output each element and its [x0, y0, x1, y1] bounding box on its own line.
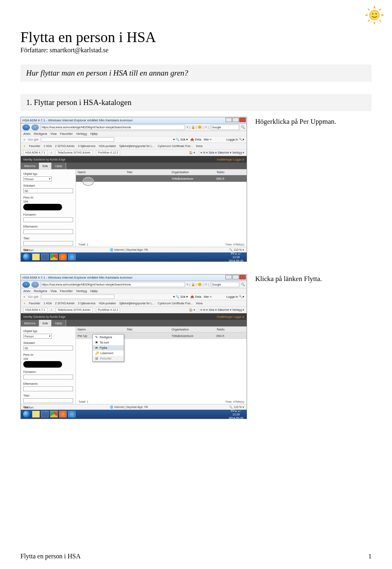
tab-bladdra[interactable]: Bläddra — [21, 163, 39, 169]
tab-portwise[interactable]: PortWise 4.12.2 — [96, 150, 120, 155]
taskbar-ie-icon[interactable] — [68, 411, 76, 417]
ctx-losenord[interactable]: 🔑 Lösenord — [93, 350, 124, 356]
tab-hsa[interactable]: HSA ADM 4.7.1 — [23, 150, 47, 155]
google-sok[interactable]: ▾ 🔍 Sök ▾ — [173, 295, 188, 299]
taskbar-ie-icon[interactable] — [68, 254, 76, 260]
col-namn[interactable]: Namn — [78, 170, 127, 174]
maximize-button[interactable] — [232, 118, 239, 122]
objekt-typ-select[interactable]: Person▾ — [23, 176, 52, 181]
ctx-flytta[interactable]: ➦ Flytta — [93, 345, 124, 350]
col-tel[interactable]: Telefo — [216, 170, 241, 174]
fav-link-2[interactable]: 2 SITHS Admin — [55, 145, 75, 147]
app-settings-logout[interactable]: Inställningar Logga ut — [217, 315, 244, 318]
tab-siths[interactable]: TeliaSonera SITHS Admin — [56, 308, 93, 312]
fav-link-7[interactable]: Inera — [196, 302, 203, 305]
tab-hjalp[interactable]: Hjälp — [51, 320, 66, 326]
fav-link-2[interactable]: 2 SITHS Admin — [55, 302, 75, 305]
ctx-tabort[interactable]: ✖ Ta bort — [93, 340, 124, 345]
taskbar-clock[interactable]: SV ▴ 🔊 11:192014-05-26 — [229, 252, 245, 263]
col-titel[interactable]: Titel — [127, 328, 172, 331]
menu-visa[interactable]: Visa — [50, 289, 56, 293]
close-toolbar-icon[interactable]: × — [23, 295, 25, 299]
fav-link-4[interactable]: HSA-portalen — [99, 302, 116, 305]
tab-sok[interactable]: Sök — [39, 163, 52, 169]
menu-favoriter[interactable]: Favoriter — [60, 289, 73, 293]
taskbar-folder-icon[interactable] — [41, 411, 49, 417]
menu-verktyg[interactable]: Verktyg — [76, 289, 87, 293]
fav-link-6[interactable]: Cybercom Certificate Pub... — [158, 145, 193, 147]
maximize-button[interactable] — [232, 275, 239, 279]
minimize-button[interactable] — [225, 275, 232, 279]
tab-tools-right[interactable]: 🏠 ▾ 📄 ▾ ✉ ▾ Sida ▾ Säkerhet ▾ Verktyg ▾ — [189, 308, 244, 312]
status-zoom[interactable]: 🔍 110 % ▾ — [229, 248, 244, 252]
taskbar-firefox-icon[interactable] — [59, 411, 67, 417]
fav-link-1[interactable]: 1 HSA — [44, 302, 52, 305]
taskbar-explorer-icon[interactable] — [32, 254, 40, 260]
sokstart-input[interactable]: SE — [23, 346, 73, 350]
forward-button[interactable]: › — [31, 125, 39, 130]
fav-link-4[interactable]: HSA-portalen — [99, 145, 116, 147]
fav-link-6[interactable]: Cybercom Certificate Pub... — [158, 302, 193, 305]
tab-close-icon[interactable]: × — [51, 151, 52, 154]
tab-hjalp[interactable]: Hjälp — [51, 163, 66, 169]
tab-hsa[interactable]: HSA ADM 4.7.1 — [23, 308, 47, 312]
address-input[interactable]: https://hsa.inera.se/novideidge/NEIDMgmt… — [40, 125, 185, 130]
col-namn[interactable]: Namn — [78, 328, 127, 331]
taskbar-chrome-icon[interactable] — [50, 411, 58, 417]
titel-input[interactable] — [23, 398, 73, 403]
taskbar-clock[interactable]: SV ▴ 🔊 11:192014-05-26 — [229, 409, 245, 420]
taskbar-chrome-icon[interactable] — [50, 254, 58, 260]
search-glass-icon[interactable]: 🔍 — [241, 125, 245, 129]
objekt-typ-select[interactable]: Person▾ — [23, 334, 52, 339]
menu-visa[interactable]: Visa — [50, 132, 56, 136]
menu-favoriter[interactable]: Favoriter — [60, 132, 73, 136]
start-button[interactable] — [22, 253, 31, 261]
col-titel[interactable]: Titel — [127, 170, 172, 174]
google-mer[interactable]: Mer » — [204, 138, 212, 141]
fav-link-3[interactable]: 3 Självservice — [78, 302, 96, 305]
col-org[interactable]: Organisation — [172, 170, 216, 174]
search-glass-icon[interactable]: 🔍 — [241, 283, 245, 286]
search-box[interactable]: Google — [211, 125, 239, 130]
google-login[interactable]: Logga in 🔧▾ — [226, 295, 244, 299]
menu-hjalp[interactable]: Hjälp — [90, 132, 98, 136]
fav-link-3[interactable]: 3 Självservice — [78, 145, 96, 147]
col-org[interactable]: Organisation — [172, 328, 216, 331]
google-sok[interactable]: ▾ 🔍 Sök ▾ — [173, 138, 188, 141]
favorites-star-icon[interactable]: ★ — [23, 145, 26, 148]
fav-link-5[interactable]: Självbetjäningsportal för L... — [119, 145, 154, 147]
close-button[interactable] — [239, 275, 246, 279]
address-input[interactable]: https://hsa.inera.se/novideidge/NEIDMgmt… — [40, 282, 185, 287]
taskbar-firefox-icon[interactable] — [59, 254, 67, 260]
google-search-input[interactable] — [41, 295, 114, 299]
fav-link-1[interactable]: 1 HSA — [44, 145, 52, 147]
forward-button[interactable]: › — [31, 282, 39, 288]
menu-arkiv[interactable]: Arkiv — [23, 289, 31, 293]
back-button[interactable]: ‹ — [22, 282, 30, 288]
taskbar-folder-icon[interactable] — [41, 254, 49, 260]
menu-redigera[interactable]: Redigera — [34, 132, 47, 136]
fav-link-5[interactable]: Självbetjäningsportal för L... — [119, 302, 154, 305]
titel-input[interactable] — [23, 241, 73, 246]
tab-bladdra[interactable]: Bläddra — [21, 320, 39, 326]
results-row-1[interactable]: Trillvårdcentrum 054-5 — [76, 175, 247, 182]
app-settings-logout[interactable]: Inställningar Logga ut — [217, 158, 244, 161]
menu-hjalp[interactable]: Hjälp — [90, 289, 98, 293]
google-dela[interactable]: 📤 Dela — [190, 138, 201, 141]
status-zoom[interactable]: 🔍 110 % ▾ — [229, 406, 244, 409]
tab-sok[interactable]: Sök — [39, 320, 52, 326]
efternamn-input[interactable] — [23, 386, 73, 391]
google-dela[interactable]: 📤 Dela — [190, 295, 201, 299]
tab-portwise[interactable]: PortWise 4.12.2 — [96, 308, 120, 312]
menu-verktyg[interactable]: Verktyg — [76, 132, 87, 136]
search-box[interactable]: Google — [211, 282, 239, 287]
start-button[interactable] — [22, 410, 31, 418]
col-tel[interactable]: Telefo — [216, 328, 241, 331]
google-search-input[interactable] — [41, 137, 114, 142]
taskbar-explorer-icon[interactable] — [32, 411, 40, 417]
efternamn-input[interactable] — [23, 229, 73, 234]
close-button[interactable] — [239, 118, 246, 122]
favorites-star-icon[interactable]: ★ — [23, 302, 26, 305]
tab-siths[interactable]: TeliaSonera SITHS Admin — [56, 150, 93, 155]
sokstart-input[interactable]: SE — [23, 188, 73, 193]
